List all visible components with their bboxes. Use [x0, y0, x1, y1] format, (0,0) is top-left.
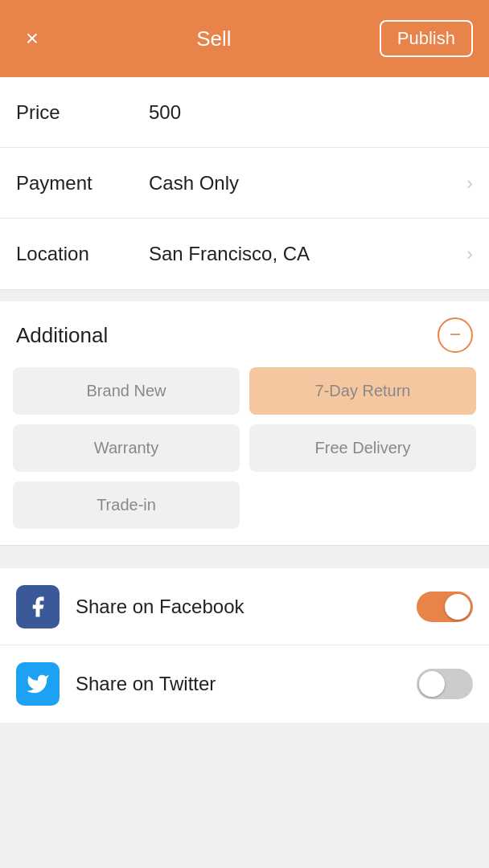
free-delivery-tag[interactable]: Free Delivery	[249, 424, 476, 472]
payment-value: Cash Only ›	[149, 172, 489, 194]
brand-new-tag[interactable]: Brand New	[13, 367, 240, 415]
facebook-icon	[16, 585, 60, 628]
trade-in-tag[interactable]: Trade-in	[13, 481, 240, 529]
location-value: San Francisco, CA ›	[149, 243, 489, 265]
section-divider-2	[0, 546, 489, 557]
facebook-toggle[interactable]	[417, 592, 473, 622]
price-label: Price	[0, 101, 149, 124]
payment-label: Payment	[0, 172, 149, 194]
tags-row-2: Warranty Free Delivery	[13, 424, 476, 472]
page-title: Sell	[196, 27, 231, 51]
tags-row-3: Trade-in	[13, 481, 476, 529]
location-row[interactable]: Location San Francisco, CA ›	[0, 219, 489, 289]
facebook-svg	[26, 595, 50, 619]
bottom-space	[0, 723, 489, 867]
additional-section: Additional − Brand New 7-Day Return Warr…	[0, 301, 489, 546]
7-day-return-tag[interactable]: 7-Day Return	[249, 367, 476, 415]
location-label: Location	[0, 243, 149, 265]
section-divider-1	[0, 290, 489, 301]
twitter-toggle-knob	[419, 671, 445, 697]
publish-button[interactable]: Publish	[380, 20, 473, 57]
tags-row-1: Brand New 7-Day Return	[13, 367, 476, 415]
twitter-toggle[interactable]	[417, 669, 473, 699]
tags-grid: Brand New 7-Day Return Warranty Free Del…	[0, 367, 489, 529]
warranty-tag[interactable]: Warranty	[13, 424, 240, 472]
social-section: Share on Facebook Share on Twitter	[0, 568, 489, 723]
twitter-label: Share on Twitter	[76, 673, 417, 695]
app-header: × Sell Publish	[0, 0, 489, 77]
form-section: Price 500 Payment Cash Only › Location S…	[0, 77, 489, 290]
payment-chevron: ›	[466, 172, 473, 194]
facebook-toggle-knob	[445, 594, 471, 620]
collapse-additional-button[interactable]: −	[438, 317, 473, 353]
twitter-svg	[26, 672, 50, 696]
close-button[interactable]: ×	[16, 26, 48, 51]
facebook-row: Share on Facebook	[0, 568, 489, 645]
location-chevron: ›	[466, 243, 473, 265]
additional-title: Additional	[16, 323, 108, 348]
twitter-row: Share on Twitter	[0, 645, 489, 723]
price-value[interactable]: 500	[149, 101, 489, 124]
minus-icon: −	[450, 325, 461, 344]
facebook-label: Share on Facebook	[76, 596, 417, 618]
twitter-icon	[16, 662, 60, 706]
additional-header: Additional −	[0, 301, 489, 367]
price-row: Price 500	[0, 77, 489, 148]
payment-row[interactable]: Payment Cash Only ›	[0, 148, 489, 219]
